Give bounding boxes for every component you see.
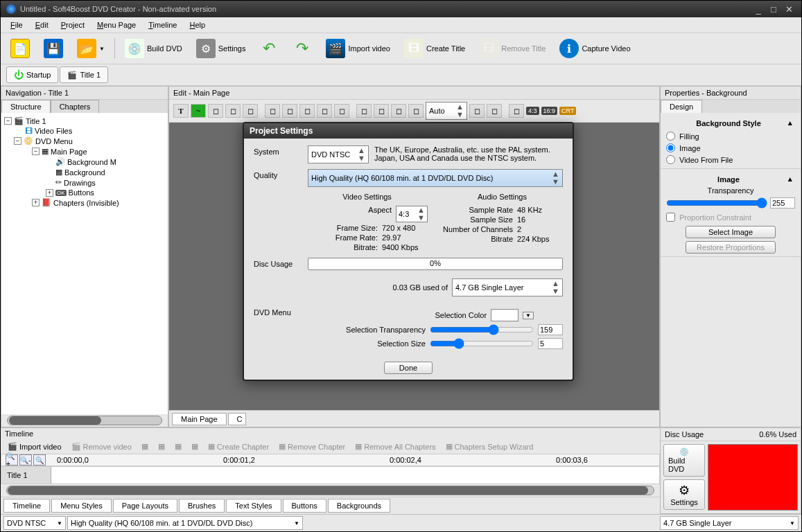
- create-title-button[interactable]: 🎞Create Title: [400, 36, 469, 61]
- expander[interactable]: −: [4, 117, 12, 125]
- tree-drawings[interactable]: Drawings: [64, 179, 96, 187]
- system-select[interactable]: DVD NTSC▲▼: [308, 145, 369, 163]
- transparency-input[interactable]: [770, 197, 795, 209]
- status-disc-select[interactable]: 4.7 GB Single Layer▼: [660, 516, 799, 530]
- tree-buttons[interactable]: Buttons: [69, 188, 94, 197]
- btab-brushes[interactable]: Brushes: [179, 499, 225, 513]
- done-button[interactable]: Done: [384, 362, 433, 374]
- tree-chapters-invisible[interactable]: Chapters (Invisible): [53, 199, 119, 207]
- page-tab-c[interactable]: C: [228, 413, 246, 425]
- expander[interactable]: −: [32, 148, 40, 155]
- timeline-track[interactable]: Title 1: [1, 466, 660, 484]
- tool-btn[interactable]: ◻: [391, 104, 406, 118]
- fx-tool-button[interactable]: ~: [191, 104, 206, 118]
- tool-btn[interactable]: ◻: [374, 104, 389, 118]
- text-tool-button[interactable]: T: [173, 104, 189, 118]
- color-dropdown[interactable]: ▼: [523, 312, 534, 319]
- tab-design[interactable]: Design: [661, 100, 702, 113]
- menu-help[interactable]: Help: [184, 19, 211, 30]
- save-button[interactable]: 💾: [40, 36, 67, 61]
- btab-menu-styles[interactable]: Menu Styles: [51, 499, 112, 513]
- selection-color-box[interactable]: [491, 309, 518, 321]
- import-video-button[interactable]: 🎬Import video: [322, 36, 394, 61]
- select-image-button[interactable]: Select Image: [686, 226, 776, 238]
- disc-build-button[interactable]: 💿Build DVD: [663, 444, 705, 477]
- tab-structure[interactable]: Structure: [1, 100, 51, 113]
- minimize-button[interactable]: _: [751, 4, 765, 14]
- selection-transparency-slider[interactable]: [430, 324, 534, 335]
- expander[interactable]: +: [46, 189, 53, 197]
- btab-buttons[interactable]: Buttons: [283, 499, 326, 513]
- open-button[interactable]: 📂▼: [73, 36, 109, 61]
- maximize-button[interactable]: □: [767, 4, 781, 14]
- tool-btn[interactable]: ◻: [334, 104, 349, 118]
- selection-size-input[interactable]: [538, 338, 563, 349]
- tool-btn[interactable]: ◻: [356, 104, 372, 118]
- menu-menupage[interactable]: Menu Page: [91, 19, 141, 30]
- tool-btn[interactable]: ◻: [282, 104, 297, 118]
- btab-text-styles[interactable]: Text Styles: [226, 499, 281, 513]
- tree-background[interactable]: Background: [64, 168, 105, 177]
- tree-background-m[interactable]: Background M: [67, 158, 116, 166]
- expander[interactable]: +: [32, 199, 40, 206]
- radio-video[interactable]: Video From File: [666, 154, 795, 166]
- nav-scrollbar[interactable]: [7, 416, 162, 425]
- new-button[interactable]: 📄: [6, 36, 34, 61]
- page-tab-main[interactable]: Main Page: [172, 413, 227, 425]
- menu-project[interactable]: Project: [55, 19, 90, 30]
- tree-dvd-menu[interactable]: DVD Menu: [35, 137, 73, 145]
- tree-main-page[interactable]: Main Page: [51, 148, 87, 156]
- zoom-fit-button[interactable]: 🔍: [33, 454, 46, 466]
- menu-file[interactable]: File: [5, 19, 28, 30]
- status-system-select[interactable]: DVD NTSC▼: [3, 516, 66, 530]
- zoom-in-button[interactable]: 🔍+: [6, 454, 18, 466]
- tool-btn[interactable]: ◻: [317, 104, 332, 118]
- tool-btn[interactable]: ◻: [243, 104, 258, 118]
- expander[interactable]: −: [14, 137, 21, 145]
- crt-icon[interactable]: CRT: [559, 107, 576, 115]
- radio-filling[interactable]: Filling: [666, 130, 795, 142]
- tree-video-files[interactable]: Video Files: [35, 127, 72, 135]
- close-button[interactable]: ✕: [782, 4, 796, 14]
- aspect-43-icon[interactable]: 4:3: [526, 107, 539, 115]
- quality-select[interactable]: High Quality (HQ 60/108 min. at 1 DVD/DL…: [308, 169, 563, 187]
- radio-image[interactable]: Image: [666, 142, 795, 154]
- tool-btn[interactable]: ◻: [299, 104, 315, 118]
- tree-title1[interactable]: Title 1: [26, 117, 46, 125]
- tool-btn[interactable]: ◻: [509, 104, 524, 118]
- tool-btn[interactable]: ◻: [208, 104, 223, 118]
- tool-btn[interactable]: ◻: [487, 104, 502, 118]
- btab-backgrounds[interactable]: Backgrounds: [328, 499, 390, 513]
- aspect-169-icon[interactable]: 16:9: [541, 107, 558, 115]
- status-quality-select[interactable]: High Quality (HQ 60/108 min. at 1 DVD/DL…: [67, 516, 303, 530]
- tab-title1[interactable]: 🎬Title 1: [60, 66, 108, 83]
- aspect-select[interactable]: 4:3▲▼: [396, 206, 428, 222]
- selection-transparency-input[interactable]: [538, 324, 563, 335]
- zoom-out-button[interactable]: 🔍-: [19, 454, 32, 466]
- tab-chapters[interactable]: Chapters: [51, 100, 100, 113]
- disc-settings-button[interactable]: ⚙Settings: [663, 479, 705, 510]
- tool-btn[interactable]: ◻: [225, 104, 241, 118]
- disc-size-select[interactable]: 4.7 GB Single Layer▲▼: [452, 278, 563, 296]
- tool-btn[interactable]: ◻: [408, 104, 424, 118]
- proportion-checkbox[interactable]: Proportion Constraint: [666, 211, 795, 223]
- timeline-scrollbar[interactable]: [6, 486, 654, 495]
- menu-edit[interactable]: Edit: [30, 19, 54, 30]
- redo-button[interactable]: ↷: [288, 36, 316, 61]
- collapse-icon[interactable]: ▴: [788, 118, 792, 127]
- menu-timeline[interactable]: Timeline: [143, 19, 182, 30]
- zoom-select[interactable]: Auto▲▼: [426, 102, 467, 120]
- undo-button[interactable]: ↶: [255, 36, 283, 61]
- timeline-ruler[interactable]: 🔍+ 🔍- 🔍 0:00:00,0 0:00:01,2 0:00:02,4 0:…: [1, 454, 660, 466]
- collapse-icon[interactable]: ▴: [788, 175, 792, 184]
- capture-video-button[interactable]: ℹCapture Video: [555, 36, 634, 61]
- selection-size-slider[interactable]: [430, 338, 534, 349]
- tl-import-video-button[interactable]: 🎬Import video: [5, 441, 64, 452]
- tab-startup[interactable]: ⏻Startup: [6, 66, 58, 83]
- build-dvd-button[interactable]: 💿Build DVD: [121, 36, 186, 61]
- tool-btn[interactable]: ◻: [469, 104, 485, 118]
- btab-page-layouts[interactable]: Page Layouts: [113, 499, 177, 513]
- tool-btn[interactable]: ◻: [265, 104, 280, 118]
- settings-button[interactable]: ⚙Settings: [192, 36, 250, 61]
- btab-timeline[interactable]: Timeline: [3, 499, 50, 513]
